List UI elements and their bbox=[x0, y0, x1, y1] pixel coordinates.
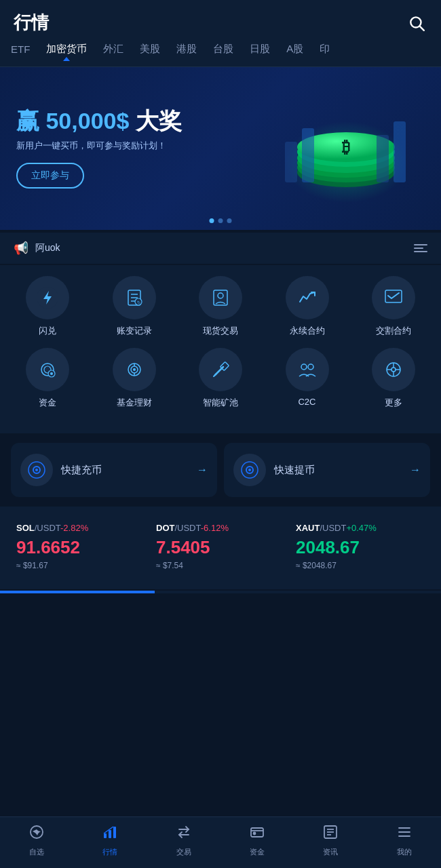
quick-withdraw-card[interactable]: 快速提币 → bbox=[224, 443, 430, 497]
loudspeaker-icon: 📢 bbox=[14, 241, 28, 256]
profile-label: 我的 bbox=[397, 847, 412, 857]
watchlist-icon bbox=[28, 824, 45, 844]
sol-quote: /USDT bbox=[35, 523, 60, 533]
more-label: 更多 bbox=[385, 397, 402, 409]
feature-delivery[interactable]: 交割合约 bbox=[360, 276, 427, 337]
assets-icon bbox=[249, 824, 265, 844]
feature-flash-swap[interactable]: 闪兑 bbox=[14, 276, 81, 337]
withdraw-label: 快速提币 bbox=[274, 464, 402, 477]
mining-icon bbox=[199, 348, 242, 391]
deposit-arrow: → bbox=[197, 464, 208, 476]
withdraw-arrow: → bbox=[410, 464, 421, 476]
promo-banner: 赢 50,000$ 大奖 新用户一键买币，即可参与奖励计划！ 立即参与 bbox=[0, 67, 441, 230]
announcement-bar: 📢 阿uok bbox=[0, 233, 441, 264]
dot-quote: /USDT bbox=[174, 523, 200, 533]
svg-point-23 bbox=[218, 293, 223, 298]
tab-a-stocks[interactable]: A股 bbox=[286, 43, 303, 58]
feature-row-2: 资金 基金理财 bbox=[14, 348, 427, 409]
tab-other[interactable]: 印 bbox=[320, 43, 330, 58]
fund-mgmt-icon bbox=[113, 348, 156, 391]
dot-pair: DOT/USDT-6.12% bbox=[156, 523, 285, 533]
feature-fund-mgmt[interactable]: 基金理财 bbox=[100, 348, 168, 409]
svg-text:↻: ↻ bbox=[136, 300, 140, 304]
nav-profile[interactable]: 我的 bbox=[377, 824, 432, 857]
category-tabs: ETF 加密货币 外汇 美股 港股 台股 日股 A股 印 bbox=[0, 43, 441, 67]
svg-point-50 bbox=[248, 469, 251, 471]
bottom-navigation: 自选 行情 交易 bbox=[0, 816, 441, 868]
banner-dot-3 bbox=[227, 218, 232, 223]
dot-usd: ≈ $7.54 bbox=[156, 561, 285, 570]
feature-c2c[interactable]: C2C bbox=[273, 348, 341, 409]
funds-label: 资金 bbox=[39, 397, 56, 409]
market-ticker-section: SOL/USDT-2.82% 91.6652 ≈ $91.67 DOT/USDT… bbox=[0, 507, 441, 589]
trade-label: 交易 bbox=[176, 847, 191, 857]
xaut-change: +0.47% bbox=[346, 523, 376, 533]
svg-point-40 bbox=[391, 368, 396, 372]
svg-rect-53 bbox=[109, 830, 111, 838]
xaut-usd: ≈ $2048.67 bbox=[296, 561, 425, 570]
sol-change: -2.82% bbox=[60, 523, 88, 533]
banner-subtitle: 新用户一键买币，即可参与奖励计划！ bbox=[16, 140, 425, 152]
banner-content: 赢 50,000$ 大奖 新用户一键买币，即可参与奖励计划！ 立即参与 bbox=[16, 108, 425, 188]
feature-spot-trading[interactable]: 现货交易 bbox=[187, 276, 254, 337]
feature-more[interactable]: 更多 bbox=[360, 348, 427, 409]
header: 行情 bbox=[0, 0, 441, 43]
ticker-xaut[interactable]: XAUT/USDT+0.47% 2048.67 ≈ $2048.67 bbox=[290, 517, 430, 576]
nav-assets[interactable]: 资金 bbox=[230, 824, 284, 857]
svg-rect-54 bbox=[113, 827, 116, 838]
flash-swap-icon bbox=[26, 276, 69, 319]
nav-watchlist[interactable]: 自选 bbox=[9, 824, 64, 857]
news-label: 资讯 bbox=[323, 847, 338, 857]
feature-funds[interactable]: 资金 bbox=[14, 348, 81, 409]
mining-label: 智能矿池 bbox=[203, 397, 238, 409]
svg-point-31 bbox=[133, 368, 136, 371]
xaut-pair: XAUT/USDT+0.47% bbox=[296, 523, 425, 533]
banner-cta-button[interactable]: 立即参与 bbox=[16, 163, 84, 189]
tab-etf[interactable]: ETF bbox=[11, 43, 30, 58]
feature-perpetual[interactable]: 永续合约 bbox=[273, 276, 341, 337]
feature-account-history[interactable]: ↻ 账变记录 bbox=[100, 276, 168, 337]
list-line-3 bbox=[414, 251, 427, 252]
xaut-price: 2048.67 bbox=[296, 537, 425, 558]
delivery-label: 交割合约 bbox=[376, 325, 411, 337]
tab-us-stocks[interactable]: 美股 bbox=[140, 43, 160, 58]
svg-point-47 bbox=[35, 469, 38, 471]
profile-icon bbox=[396, 824, 413, 844]
banner-dot-2 bbox=[218, 218, 223, 223]
watchlist-label: 自选 bbox=[29, 847, 44, 857]
quick-deposit-card[interactable]: 快捷充币 → bbox=[11, 443, 217, 497]
banner-dot-1 bbox=[210, 218, 214, 223]
tab-forex[interactable]: 外汇 bbox=[103, 43, 123, 58]
ticker-row: SOL/USDT-2.82% 91.6652 ≈ $91.67 DOT/USDT… bbox=[11, 517, 430, 576]
ticker-sol[interactable]: SOL/USDT-2.82% 91.6652 ≈ $91.67 bbox=[11, 517, 151, 576]
ticker-dot[interactable]: DOT/USDT-6.12% 7.5405 ≈ $7.54 bbox=[151, 517, 290, 576]
announcement-left: 📢 阿uok bbox=[14, 241, 60, 256]
svg-point-37 bbox=[301, 364, 307, 370]
withdraw-icon bbox=[233, 454, 266, 486]
svg-line-1 bbox=[420, 26, 424, 30]
feature-mining[interactable]: 智能矿池 bbox=[187, 348, 254, 409]
perpetual-label: 永续合约 bbox=[290, 325, 325, 337]
nav-market[interactable]: 行情 bbox=[83, 824, 137, 857]
more-icon bbox=[372, 348, 415, 391]
nav-news[interactable]: 资讯 bbox=[303, 824, 358, 857]
delivery-icon bbox=[372, 276, 415, 319]
sol-usd: ≈ $91.67 bbox=[16, 561, 145, 570]
svg-rect-57 bbox=[251, 828, 263, 837]
c2c-icon bbox=[286, 348, 329, 391]
scroll-progress bbox=[0, 591, 155, 593]
search-button[interactable] bbox=[406, 12, 427, 34]
announcement-list-icon[interactable] bbox=[414, 244, 427, 252]
svg-point-59 bbox=[254, 833, 256, 835]
dot-base: DOT bbox=[156, 523, 174, 533]
tab-jp-stocks[interactable]: 日股 bbox=[250, 43, 270, 58]
quick-action-cards: 快捷充币 → 快速提币 → bbox=[0, 436, 441, 504]
list-line-1 bbox=[414, 244, 427, 245]
tab-crypto[interactable]: 加密货币 bbox=[46, 43, 87, 58]
nav-trade[interactable]: 交易 bbox=[157, 824, 211, 857]
tab-hk-stocks[interactable]: 港股 bbox=[176, 43, 197, 58]
perpetual-icon bbox=[286, 276, 329, 319]
market-label: 行情 bbox=[102, 847, 117, 857]
tab-tw-stocks[interactable]: 台股 bbox=[213, 43, 233, 58]
c2c-label: C2C bbox=[298, 397, 315, 407]
